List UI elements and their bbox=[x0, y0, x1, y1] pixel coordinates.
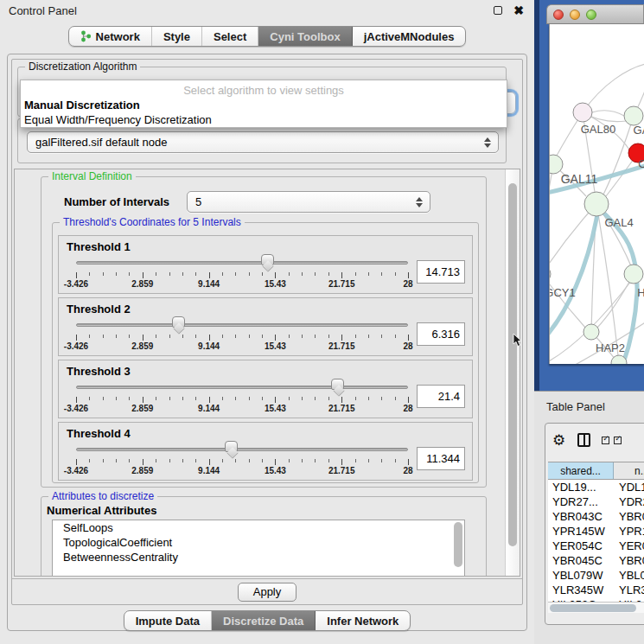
dropdown-placeholder-option[interactable]: Select algorithm to view settings bbox=[21, 83, 507, 98]
tab-network[interactable]: Network bbox=[69, 27, 152, 46]
cell-name[interactable]: YBR0... bbox=[614, 509, 644, 524]
table-row[interactable]: YBR043CYBR0... bbox=[548, 509, 644, 524]
node-gal80[interactable] bbox=[573, 103, 592, 122]
tab-jactivemnodules[interactable]: jActiveMNodules bbox=[353, 27, 466, 46]
cell-name[interactable]: YBL0... bbox=[614, 568, 644, 583]
slider-tick bbox=[195, 272, 196, 276]
cell-name[interactable]: YDL1... bbox=[614, 480, 644, 494]
attribute-list-item[interactable]: TopologicalCoefficient bbox=[53, 535, 464, 550]
checkbox-icon[interactable] bbox=[614, 437, 622, 444]
node-gcy1[interactable] bbox=[550, 265, 551, 283]
slider-thumb[interactable] bbox=[172, 316, 185, 328]
cell-shared-name[interactable]: YDL19... bbox=[548, 480, 614, 494]
slider-track[interactable] bbox=[76, 448, 408, 451]
slider-track[interactable] bbox=[76, 261, 408, 265]
slider-tick bbox=[76, 335, 77, 341]
scrollbar-thumb[interactable] bbox=[550, 604, 636, 612]
column-header-shared-name[interactable]: shared... bbox=[548, 462, 614, 479]
threshold-value-field[interactable]: 14.713 bbox=[417, 260, 465, 284]
cell-name[interactable]: YBR0... bbox=[614, 553, 644, 568]
slider-axis: -3.4262.8599.14415.4321.71528 bbox=[76, 271, 408, 290]
settings-scrollbar[interactable] bbox=[505, 169, 520, 576]
slider-thumb[interactable] bbox=[225, 441, 238, 452]
float-icon[interactable] bbox=[494, 6, 502, 15]
table-row[interactable]: YBL079WYBL0... bbox=[548, 568, 644, 583]
close-icon[interactable]: ✖ bbox=[513, 3, 524, 17]
slider-tick bbox=[315, 459, 316, 462]
table-row[interactable]: YBR045CYBR0... bbox=[548, 553, 644, 568]
slider-tick bbox=[116, 335, 117, 338]
tab-label: Select bbox=[214, 30, 246, 43]
slider-tick bbox=[103, 459, 104, 462]
table-row[interactable]: YDR27...YDR2... bbox=[548, 494, 644, 509]
apply-button[interactable]: Apply bbox=[238, 583, 297, 602]
cell-shared-name[interactable]: YBR043C bbox=[548, 509, 614, 524]
threshold-panel-3: Threshold 3 -3.4262.8599.14415.4321.7152… bbox=[58, 360, 473, 418]
threshold-slider[interactable]: -3.4262.8599.14415.4321.71528 bbox=[76, 378, 408, 414]
threshold-value-field[interactable]: 21.4 bbox=[417, 385, 465, 408]
node-gal4[interactable] bbox=[584, 192, 609, 216]
slider-tick bbox=[262, 459, 263, 462]
slider-tick bbox=[209, 335, 210, 341]
node-label: GAL11 bbox=[561, 172, 598, 186]
tab-discretize-data[interactable]: Discretize Data bbox=[212, 611, 316, 630]
threshold-slider[interactable]: -3.4262.8599.14415.4321.71528 bbox=[76, 316, 408, 352]
network-window-titlebar[interactable] bbox=[546, 4, 644, 24]
threshold-value-field[interactable]: 11.344 bbox=[417, 447, 465, 470]
slider-tick-label: 9.144 bbox=[198, 279, 220, 289]
slider-tick bbox=[209, 272, 210, 278]
slider-thumb[interactable] bbox=[261, 254, 274, 265]
numerical-attributes-list[interactable]: SelfLoopsTopologicalCoefficientBetweenne… bbox=[52, 520, 465, 577]
slider-tick bbox=[408, 335, 409, 341]
slider-tick bbox=[275, 397, 276, 403]
table-row[interactable]: YLR345WYLR3... bbox=[548, 583, 644, 597]
slider-track[interactable] bbox=[76, 323, 408, 327]
network-view-canvas[interactable]: GAL80 GA C GAL11 GAL4 GCY1 H HAP2 bbox=[549, 24, 644, 364]
table-data-combobox[interactable]: galFiltered.sif default node bbox=[27, 131, 499, 153]
tab-infer-network[interactable]: Infer Network bbox=[316, 611, 410, 630]
cell-shared-name[interactable]: YPR145W bbox=[548, 524, 614, 539]
dropdown-option-manual[interactable]: Manual Discretization bbox=[21, 98, 507, 112]
zoom-traffic-light-icon[interactable] bbox=[586, 10, 596, 20]
minimize-traffic-light-icon[interactable] bbox=[570, 10, 580, 20]
tab-style[interactable]: Style bbox=[152, 27, 202, 46]
split-columns-icon[interactable] bbox=[577, 433, 590, 447]
cell-name[interactable]: YLR3... bbox=[614, 583, 644, 597]
cell-name[interactable]: YDR2... bbox=[614, 494, 644, 509]
tab-cyni-toolbox[interactable]: Cyni Toolbox bbox=[258, 27, 352, 46]
attribute-list-item[interactable]: SelfLoops bbox=[53, 520, 464, 535]
checkbox-icon[interactable] bbox=[602, 437, 609, 444]
threshold-value-field[interactable]: 6.316 bbox=[417, 322, 465, 346]
gear-icon[interactable]: ⚙ bbox=[552, 433, 565, 448]
list-scrollbar[interactable] bbox=[454, 522, 462, 567]
tab-select[interactable]: Select bbox=[202, 27, 258, 46]
panel-title: Control Panel bbox=[0, 4, 494, 17]
cell-name[interactable]: YPR1... bbox=[614, 524, 644, 539]
cell-shared-name[interactable]: YBL079W bbox=[548, 568, 614, 583]
scrollbar-thumb[interactable] bbox=[508, 183, 517, 546]
attribute-list-item[interactable]: BetweennessCentrality bbox=[53, 550, 464, 564]
cell-name[interactable]: YER0... bbox=[614, 539, 644, 553]
dropdown-option-equal-width[interactable]: Equal Width/Frequency Discretization bbox=[21, 112, 507, 127]
table-hscrollbar[interactable] bbox=[548, 602, 644, 613]
node-hap2[interactable] bbox=[583, 324, 599, 340]
threshold-slider[interactable]: -3.4262.8599.14415.4321.71528 bbox=[76, 253, 408, 290]
slider-track[interactable] bbox=[76, 386, 408, 389]
slider-thumb[interactable] bbox=[331, 379, 344, 390]
number-of-intervals-combobox[interactable]: 5 bbox=[187, 191, 430, 213]
table-row[interactable]: YPR145WYPR1... bbox=[548, 524, 644, 539]
cell-shared-name[interactable]: YER054C bbox=[548, 539, 614, 553]
cell-shared-name[interactable]: YDR27... bbox=[548, 494, 614, 509]
node-h[interactable] bbox=[624, 265, 643, 284]
tab-impute-data[interactable]: Impute Data bbox=[124, 611, 212, 630]
slider-tick bbox=[355, 397, 356, 400]
threshold-slider[interactable]: -3.4262.8599.14415.4321.71528 bbox=[76, 440, 408, 476]
slider-tick bbox=[381, 397, 382, 400]
node-gal-partial[interactable] bbox=[624, 106, 643, 125]
table-row[interactable]: YDL19...YDL1... bbox=[548, 480, 644, 494]
table-row[interactable]: YER054CYER0... bbox=[548, 539, 644, 553]
close-traffic-light-icon[interactable] bbox=[553, 10, 564, 20]
cell-shared-name[interactable]: YBR045C bbox=[548, 553, 614, 568]
cell-shared-name[interactable]: YLR345W bbox=[548, 583, 614, 597]
column-header-name[interactable]: n... bbox=[614, 462, 644, 479]
